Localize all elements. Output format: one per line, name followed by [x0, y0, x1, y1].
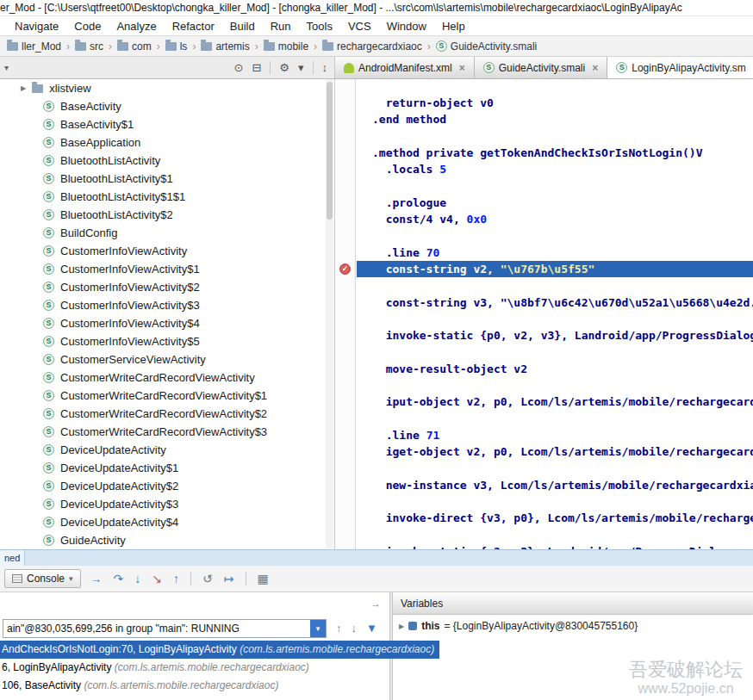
- tree-item[interactable]: SBluetoothListActivity$1$1: [0, 188, 334, 206]
- code-line[interactable]: const-string v2, "\u767b\u5f55": [357, 261, 753, 277]
- code-line[interactable]: .end method: [357, 111, 753, 127]
- code-line[interactable]: [357, 311, 753, 327]
- tree-item[interactable]: SCustomerServiceViewActivity: [0, 350, 334, 369]
- filter-frames-icon[interactable]: ▼: [366, 623, 377, 634]
- code-line[interactable]: invoke-static {v2, v3}, Landroid/app/Pro…: [357, 543, 753, 549]
- code-line[interactable]: iput-object v2, p0, Lcom/ls/artemis/mobi…: [357, 393, 753, 410]
- code-line[interactable]: new-instance v3, Lcom/ls/artemis/mobile/…: [357, 477, 753, 493]
- code-line[interactable]: .prologue: [357, 195, 753, 211]
- code-line[interactable]: invoke-static {p0, v2, v3}, Landroid/app…: [357, 327, 753, 344]
- editor[interactable]: ✓ return-object v0.end method.method pri…: [336, 79, 753, 549]
- tree-item[interactable]: SDeviceUpdateActivity$4: [0, 513, 334, 531]
- breadcrumb-item[interactable]: artemis: [201, 40, 249, 53]
- tree-item[interactable]: SBaseActivity: [0, 97, 334, 115]
- toolwindow-tab[interactable]: ned: [0, 550, 25, 566]
- code-line[interactable]: .line 71: [357, 427, 753, 443]
- tree-item[interactable]: SBluetoothListActivity: [0, 152, 334, 170]
- stack-frame[interactable]: 6, LoginByAlipayActivity (com.ls.artemis…: [0, 659, 389, 677]
- code-line[interactable]: [357, 527, 753, 543]
- tab-LoginByAlipayActivity.sm[interactable]: SLoginByAlipayActivity.sm: [607, 57, 753, 78]
- previous-frame-icon[interactable]: ↑: [336, 623, 342, 634]
- menu-vcs[interactable]: VCS: [340, 18, 379, 34]
- menu-help[interactable]: Help: [434, 18, 473, 34]
- variable-row[interactable]: ▶this = {LoginByAlipayActivity@830045755…: [393, 615, 753, 632]
- code-line[interactable]: [357, 377, 753, 393]
- show-execution-point-icon[interactable]: →: [90, 573, 103, 585]
- code-line[interactable]: return-object v0: [357, 95, 753, 111]
- evaluate-expression-icon[interactable]: ▦: [258, 573, 269, 585]
- tree-item[interactable]: SCustomerInfoViewActivity: [0, 242, 334, 260]
- menu-tools[interactable]: Tools: [299, 18, 340, 34]
- panel-dropdown-caret-icon[interactable]: ▾: [4, 63, 9, 72]
- code-line[interactable]: [357, 227, 753, 244]
- drop-frame-icon[interactable]: ↺: [202, 573, 213, 585]
- breadcrumb-item[interactable]: com: [117, 40, 152, 53]
- menu-window[interactable]: Window: [379, 18, 434, 34]
- code-line[interactable]: move-result-object v2: [357, 361, 753, 377]
- tree-item[interactable]: SBluetoothListActivity$1: [0, 170, 334, 188]
- tree-item[interactable]: SBaseActivity$1: [0, 115, 334, 133]
- tree-item[interactable]: SCustomerInfoViewActivity$2: [0, 278, 334, 296]
- menu-run[interactable]: Run: [263, 18, 299, 34]
- editor-gutter[interactable]: ✓: [336, 79, 356, 549]
- chevron-collapsed-icon[interactable]: ▶: [399, 623, 404, 630]
- code-line[interactable]: invoke-direct {v3, p0}, Lcom/ls/artemis/…: [357, 510, 753, 526]
- code-line[interactable]: .method private getTokenAndCheckIsOrIsNo…: [357, 145, 753, 161]
- code-line[interactable]: [357, 128, 753, 145]
- menu-refactor[interactable]: Refactor: [165, 18, 222, 34]
- scrollbar-thumb[interactable]: [327, 82, 333, 220]
- force-step-into-icon[interactable]: ↘: [152, 573, 162, 585]
- code-line[interactable]: const-string v3, "\u8bf7\u6c42\u670d\u52…: [357, 294, 753, 311]
- scroll-from-source-icon[interactable]: ⊙: [234, 62, 244, 73]
- breakpoint-icon[interactable]: ✓: [339, 263, 351, 275]
- collapse-all-icon[interactable]: ⊟: [252, 62, 261, 73]
- code-line[interactable]: .locals 5: [357, 161, 753, 177]
- stack-frame[interactable]: AndCheckIsOrIsNotLogin:70, LoginByAlipay…: [0, 641, 439, 659]
- code-line[interactable]: [357, 461, 753, 477]
- menu-analyze[interactable]: Analyze: [109, 18, 164, 34]
- tab-AndroidManifest.xml[interactable]: AndroidManifest.xml×: [335, 57, 475, 78]
- tree-item[interactable]: SCustomerWriteCardRecordViewActivity: [0, 369, 334, 387]
- menu-navigate[interactable]: Navigate: [7, 18, 66, 34]
- code-line[interactable]: [357, 493, 753, 510]
- breadcrumb-item[interactable]: ller_Mod: [7, 40, 61, 53]
- code-line[interactable]: .line 70: [357, 245, 753, 261]
- tree-item[interactable]: SDeviceUpdateActivity: [0, 441, 334, 459]
- tree-item[interactable]: SDeviceUpdateActivity$2: [0, 477, 334, 495]
- menu-build[interactable]: Build: [222, 18, 263, 34]
- tree-item[interactable]: SBaseApplication: [0, 133, 334, 152]
- thread-selector[interactable]: ain"@830,035,699,256 in group "main": RU…: [3, 619, 327, 638]
- breadcrumb-item[interactable]: rechargecardxiaoc: [322, 40, 422, 53]
- code-line[interactable]: [357, 344, 753, 360]
- tree-item[interactable]: SCustomerInfoViewActivity$5: [0, 332, 334, 350]
- tree-item[interactable]: SBluetoothListActivity$2: [0, 206, 334, 224]
- tree-item[interactable]: SCustomerWriteCardRecordViewActivity$3: [0, 423, 334, 441]
- tree-item[interactable]: SGuideActivity: [0, 531, 334, 549]
- close-icon[interactable]: ×: [459, 62, 465, 74]
- breadcrumb-item[interactable]: SGuideActivity.smali: [436, 40, 537, 53]
- step-over-icon[interactable]: ↷: [114, 573, 124, 585]
- tree-item[interactable]: SCustomerInfoViewActivity$3: [0, 296, 334, 314]
- code-line[interactable]: [357, 411, 753, 427]
- code-line[interactable]: const/4 v4, 0x0: [357, 211, 753, 227]
- run-to-cursor-icon[interactable]: ↦: [224, 573, 234, 585]
- next-frame-icon[interactable]: ↓: [352, 623, 358, 634]
- tab-console[interactable]: Console ▾: [4, 569, 81, 588]
- tree-item[interactable]: SDeviceUpdateActivity$3: [0, 495, 334, 513]
- breadcrumb-item[interactable]: ls: [165, 40, 188, 53]
- step-out-icon[interactable]: ↑: [173, 573, 179, 585]
- tree-item[interactable]: SCustomerInfoViewActivity$4: [0, 314, 334, 332]
- tree-item[interactable]: SCustomerWriteCardRecordViewActivity$2: [0, 405, 334, 423]
- tree-item[interactable]: ▶xlistview: [0, 79, 334, 97]
- code-area[interactable]: return-object v0.end method.method priva…: [357, 79, 753, 549]
- tree-item[interactable]: SCustomerWriteCardRecordViewActivity$1: [0, 387, 334, 405]
- tree-scrollbar[interactable]: [326, 79, 333, 548]
- close-icon[interactable]: ×: [592, 62, 598, 74]
- gear-icon[interactable]: ⚙: [279, 62, 289, 73]
- caret-down-icon[interactable]: ▾: [298, 62, 304, 73]
- step-into-icon[interactable]: ↓: [134, 573, 140, 585]
- tree-item[interactable]: SDeviceUpdateActivity$1: [0, 459, 334, 477]
- tab-GuideActivity.smali[interactable]: SGuideActivity.smali×: [475, 57, 608, 78]
- code-line[interactable]: [357, 177, 753, 194]
- tree-item[interactable]: SCustomerInfoViewActivity$1: [0, 260, 334, 278]
